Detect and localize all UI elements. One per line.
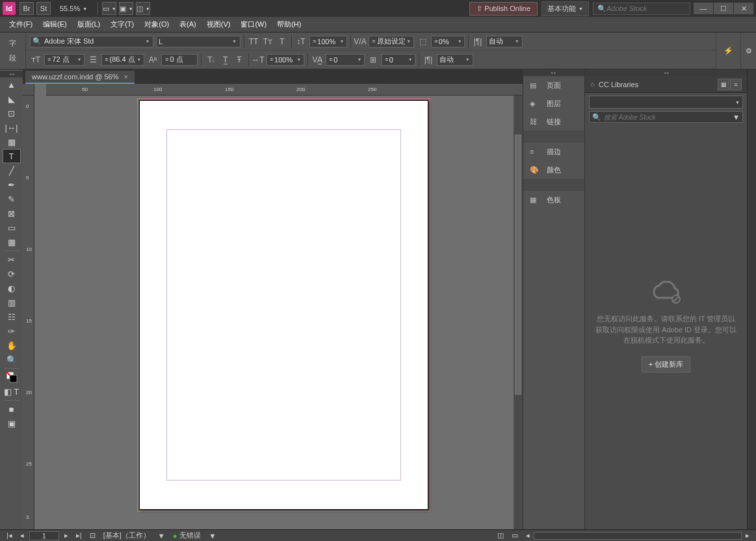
subscript-icon[interactable]: Tᵢ	[205, 54, 216, 66]
right-edge-strip[interactable]	[747, 70, 756, 529]
gradient-swatch-tool[interactable]: ◐	[3, 281, 21, 295]
prev-page-button[interactable]: ◂	[16, 531, 28, 541]
page-number-field[interactable]: 1	[29, 531, 59, 540]
leading-field[interactable]: ≑▼	[101, 54, 144, 66]
vertical-ruler[interactable]: 0 5 10 15 20 25 3	[23, 96, 34, 529]
control-menu-icon[interactable]: ⚙	[740, 33, 756, 69]
zoom-tool[interactable]: 🔍	[3, 352, 21, 367]
document-tab[interactable]: www.uzzf.com.indd @ 56%×	[25, 71, 135, 84]
rectangle-frame-tool[interactable]: ⊠	[3, 206, 21, 220]
next-page-button[interactable]: ▸	[60, 531, 72, 541]
screen-mode-1[interactable]: ◫	[493, 531, 508, 541]
tracking-field[interactable]: ≑▼	[326, 54, 365, 66]
font-size-field[interactable]: ≑▼	[44, 54, 85, 66]
vscale-field[interactable]: ≑▼	[309, 36, 347, 47]
pages-panel-button[interactable]: ▤页面	[523, 76, 584, 94]
baseline-field[interactable]: ≑	[161, 54, 198, 66]
grid-field[interactable]: ≑▼	[382, 54, 415, 66]
line-tool[interactable]: ╱	[3, 163, 21, 178]
font-family-field[interactable]: 🔍▼	[30, 36, 153, 47]
maximize-button[interactable]: ☐	[714, 3, 733, 14]
hscale-field[interactable]: ≑▼	[267, 54, 304, 66]
lib-grid-view-icon[interactable]: ▦	[718, 79, 729, 90]
lang-field[interactable]: ≑▼	[369, 36, 414, 47]
view-options-button[interactable]: ▭▼	[102, 2, 116, 15]
horizontal-ruler[interactable]: 50 100 150 200 250	[46, 84, 523, 96]
menu-view[interactable]: 视图(V)	[202, 20, 236, 29]
publish-online-button[interactable]: ⇧ Publish Online	[469, 2, 538, 16]
fill-stroke-swap[interactable]	[3, 370, 21, 384]
links-panel-button[interactable]: ⛓链接	[523, 112, 584, 131]
free-transform-tool[interactable]: ⟳	[3, 267, 21, 281]
layers-panel-button[interactable]: ◈图层	[523, 94, 584, 112]
character-mode[interactable]: 字	[9, 36, 16, 51]
scissors-tool[interactable]: ✂	[3, 252, 21, 267]
menu-type[interactable]: 文字(T)	[105, 20, 139, 29]
hand-tool[interactable]: ✋	[3, 338, 21, 352]
lib-list-view-icon[interactable]: ≡	[730, 79, 742, 90]
rectangle-tool[interactable]: ▭	[3, 220, 21, 235]
first-page-button[interactable]: |◂	[3, 531, 16, 541]
ruler-origin[interactable]	[23, 84, 34, 96]
eyedropper-tool[interactable]: ✑	[3, 324, 21, 338]
pen-tool[interactable]: ✒	[3, 178, 21, 192]
create-library-button[interactable]: + 创建新库	[642, 356, 690, 373]
format-affects[interactable]: ◧ T	[3, 384, 21, 399]
menu-edit[interactable]: 编辑(E)	[38, 20, 72, 29]
stock-search-input[interactable]	[606, 5, 686, 12]
preflight-status[interactable]: ●无错误	[169, 531, 205, 541]
adobe-stock-search[interactable]: 🔍	[593, 3, 690, 15]
type-tool[interactable]: T	[3, 149, 21, 163]
close-button[interactable]: ✕	[734, 3, 753, 14]
canvas[interactable]	[34, 96, 523, 529]
close-tab-icon[interactable]: ×	[124, 73, 127, 81]
kern-auto-field[interactable]: ▼	[486, 36, 523, 47]
screen-mode-2[interactable]: ▭	[508, 531, 522, 541]
color-panel-button[interactable]: 🎨颜色	[523, 161, 584, 179]
skew-field[interactable]: ≑▼	[431, 36, 465, 47]
gradient-feather-tool[interactable]: ▥	[3, 295, 21, 310]
stroke-panel-button[interactable]: ≡描边	[523, 142, 584, 161]
kern2-field[interactable]: ▼	[437, 54, 473, 66]
direct-selection-tool[interactable]: ◣	[3, 92, 21, 106]
gap-tool[interactable]: |↔|	[3, 120, 21, 135]
library-selector[interactable]: ▼	[589, 96, 743, 109]
library-search[interactable]: 🔍▼	[589, 111, 743, 123]
apply-color[interactable]: ■	[3, 402, 21, 416]
view-mode[interactable]: ▣	[3, 416, 21, 430]
selection-tool[interactable]: ▲	[3, 77, 21, 92]
paragraph-mode[interactable]: 段	[9, 51, 16, 66]
note-tool[interactable]: ☷	[3, 310, 21, 324]
stock-button[interactable]: St	[36, 2, 51, 15]
horizontal-scrollbar[interactable]	[534, 532, 742, 540]
menu-layout[interactable]: 版面(L)	[72, 20, 105, 29]
minimize-button[interactable]: —	[694, 3, 713, 14]
workspace-switcher[interactable]: 基本功能▼	[541, 1, 589, 16]
grid-tool[interactable]: ▦	[3, 235, 21, 249]
allcaps-icon[interactable]: TT	[248, 36, 259, 47]
pencil-tool[interactable]: ✎	[3, 192, 21, 206]
menu-file[interactable]: 文件(F)	[4, 20, 38, 29]
arrange-button[interactable]: ◫▼	[136, 2, 150, 15]
underline-icon[interactable]: T̲	[219, 54, 231, 66]
screen-mode-button[interactable]: ▣▼	[119, 2, 133, 15]
smallcaps-icon[interactable]: Tᴛ	[262, 36, 274, 47]
menu-object[interactable]: 对象(O)	[139, 20, 174, 29]
page-tool[interactable]: ⊡	[3, 106, 21, 120]
swatches-panel-button[interactable]: ▦色板	[523, 191, 584, 209]
strikethrough-icon[interactable]: Ŧ	[233, 54, 245, 66]
tools-grip[interactable]: ◂◂	[0, 71, 23, 77]
menu-help[interactable]: 帮助(H)	[272, 20, 306, 29]
superscript-icon[interactable]: T	[276, 36, 288, 47]
library-search-input[interactable]	[604, 114, 733, 121]
quick-apply-icon[interactable]: ⚡	[723, 45, 735, 57]
hscroll-right[interactable]: ▸	[742, 531, 753, 541]
font-style-field[interactable]: ▼	[156, 36, 241, 47]
content-collector-tool[interactable]: ▦	[3, 135, 21, 149]
zoom-level[interactable]: 55.5%▼	[60, 5, 87, 12]
last-page-button[interactable]: ▸|	[72, 531, 86, 541]
page[interactable]	[139, 100, 428, 510]
libraries-grip[interactable]: ◂◂	[585, 70, 747, 76]
dock-grip[interactable]: ▸▸	[523, 70, 584, 76]
menu-window[interactable]: 窗口(W)	[235, 20, 272, 29]
